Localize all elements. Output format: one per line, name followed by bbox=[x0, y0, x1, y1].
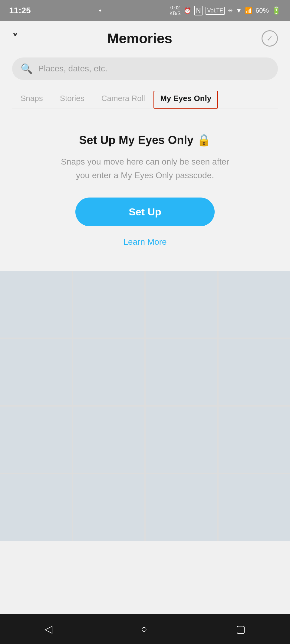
setup-section: Set Up My Eyes Only 🔒 Snaps you move her… bbox=[12, 127, 278, 262]
grid-cell bbox=[219, 474, 290, 541]
setup-title: Set Up My Eyes Only 🔒 bbox=[24, 133, 266, 147]
learn-more-link[interactable]: Learn More bbox=[123, 237, 166, 247]
grid-cell bbox=[0, 271, 72, 338]
chevron-down-icon[interactable]: ˅ bbox=[12, 32, 18, 45]
tab-stories[interactable]: Stories bbox=[51, 91, 93, 109]
status-battery: 60% bbox=[255, 7, 269, 15]
check-icon: ✓ bbox=[266, 34, 273, 43]
tab-camera-roll[interactable]: Camera Roll bbox=[93, 91, 154, 109]
grid-cell bbox=[0, 474, 72, 541]
grid-cell bbox=[219, 271, 290, 338]
grid-cell bbox=[146, 474, 217, 541]
status-dot: • bbox=[99, 6, 101, 15]
grid-cell bbox=[0, 407, 72, 473]
status-wifi-icon: ▼ bbox=[236, 7, 242, 14]
grid-cell bbox=[146, 271, 217, 338]
status-bt-icon: ✳ bbox=[228, 7, 233, 14]
status-signal-icon: 📶 bbox=[245, 7, 252, 14]
grid-cell bbox=[73, 407, 145, 473]
status-icons: ⏰ bbox=[184, 7, 191, 14]
tab-my-eyes-only[interactable]: My Eyes Only bbox=[153, 91, 218, 109]
status-bar: 11:25 • 0:02KB/S ⏰ N VoLTE ✳ ▼ 📶 60% 🔋 bbox=[0, 0, 290, 21]
search-icon: 🔍 bbox=[21, 63, 33, 74]
status-right-group: 0:02KB/S ⏰ N VoLTE ✳ ▼ 📶 60% 🔋 bbox=[170, 5, 281, 16]
grid-cell bbox=[146, 339, 217, 405]
grid-cell bbox=[0, 339, 72, 405]
grid-cell bbox=[73, 339, 145, 405]
nav-bar: ◁ ○ ▢ bbox=[0, 614, 290, 644]
header: ˅ Memories ✓ bbox=[12, 30, 278, 47]
search-bar[interactable]: 🔍 Places, dates, etc. bbox=[12, 57, 278, 80]
home-button[interactable]: ○ bbox=[141, 623, 147, 635]
select-check-button[interactable]: ✓ bbox=[262, 30, 278, 47]
status-data-speed: 0:02KB/S bbox=[170, 5, 180, 16]
status-volte-icon: VoLTE bbox=[206, 7, 225, 15]
page-title: Memories bbox=[107, 30, 172, 47]
setup-button[interactable]: Set Up bbox=[75, 198, 215, 226]
grid-cell bbox=[73, 474, 145, 541]
search-placeholder-text: Places, dates, etc. bbox=[38, 64, 107, 74]
grid-cell bbox=[73, 271, 145, 338]
setup-description: Snaps you move here can only be seen aft… bbox=[60, 155, 230, 182]
tabs-container: Snaps Stories Camera Roll My Eyes Only bbox=[12, 91, 278, 109]
grid-cell bbox=[219, 339, 290, 405]
grid-cell bbox=[146, 407, 217, 473]
recents-button[interactable]: ▢ bbox=[236, 623, 246, 635]
status-time: 11:25 bbox=[9, 6, 31, 15]
tab-snaps[interactable]: Snaps bbox=[12, 91, 51, 109]
status-n-icon: N bbox=[194, 6, 203, 15]
battery-icon: 🔋 bbox=[272, 6, 281, 15]
main-content: ˅ Memories ✓ 🔍 Places, dates, etc. Snaps… bbox=[0, 21, 290, 271]
grid-cell bbox=[219, 407, 290, 473]
photo-grid bbox=[0, 271, 290, 541]
back-button[interactable]: ◁ bbox=[44, 623, 52, 635]
